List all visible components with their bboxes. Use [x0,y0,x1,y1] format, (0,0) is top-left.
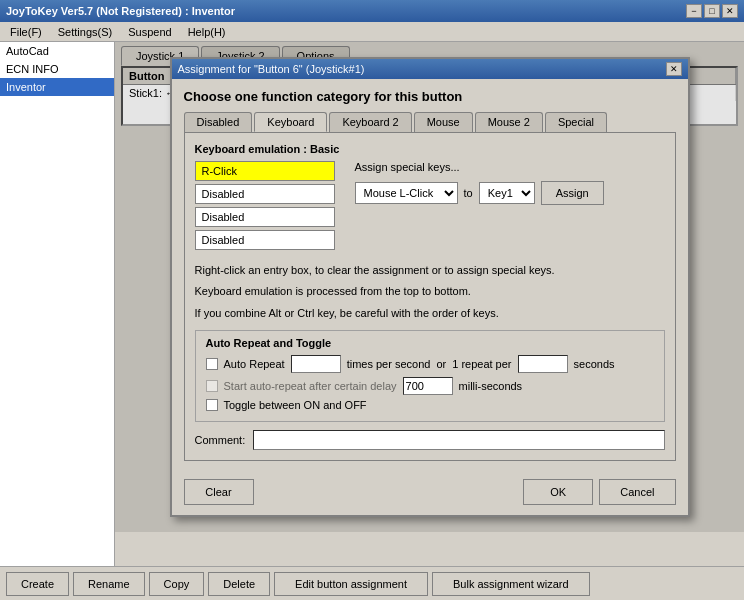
rename-button[interactable]: Rename [73,572,145,596]
auto-repeat-label: Auto Repeat and Toggle [206,337,654,349]
milli-label: milli-seconds [459,380,523,392]
app-title: JoyToKey Ver5.7 (Not Registered) : Inven… [6,5,235,17]
minimize-button[interactable]: − [686,4,702,18]
modal-tab-keyboard[interactable]: Keyboard [254,112,327,132]
key-item-2[interactable] [195,207,335,227]
key-item-3[interactable] [195,230,335,250]
toggle-checkbox[interactable] [206,399,218,411]
assign-to-label: to [464,187,473,199]
comment-row: Comment: [195,430,665,450]
modal-tab-keyboard2[interactable]: Keyboard 2 [329,112,411,132]
assign-label: Assign special keys... [355,161,665,173]
create-button[interactable]: Create [6,572,69,596]
modal-body: Choose one function category for this bu… [172,79,688,472]
menu-bar: File(F) Settings(S) Suspend Help(H) [0,22,744,42]
key-item-0[interactable] [195,161,335,181]
start-delay-row: Start auto-repeat after certain delay mi… [206,377,654,395]
ok-button[interactable]: OK [523,479,593,505]
repeat-label: 1 repeat per [452,358,511,370]
or-label: or [436,358,446,370]
menu-suspend[interactable]: Suspend [122,25,177,39]
footer-btn-group: OK Cancel [523,479,675,505]
info-line-1: Right-click an entry box, to clear the a… [195,262,665,280]
keyboard-section: Assign special keys... Mouse L-Click Mou… [195,161,665,250]
title-bar: JoyToKey Ver5.7 (Not Registered) : Inven… [0,0,744,22]
sidebar: AutoCad ECN INFO Inventor [0,42,115,566]
assign-row: Mouse L-Click Mouse R-Click Mouse M-Clic… [355,181,665,205]
toggle-label: Toggle between ON and OFF [224,399,367,411]
modal-overlay: Assignment for "Button 6" (Joystick#1) ✕… [115,42,744,532]
modal-title: Assignment for "Button 6" (Joystick#1) [178,63,365,75]
milli-input[interactable] [403,377,453,395]
auto-repeat-row: Auto Repeat times per second or 1 repeat… [206,355,654,373]
info-text: Right-click an entry box, to clear the a… [195,262,665,323]
menu-file[interactable]: File(F) [4,25,48,39]
copy-button[interactable]: Copy [149,572,205,596]
info-line-2: Keyboard emulation is processed from the… [195,283,665,301]
cancel-button[interactable]: Cancel [599,479,675,505]
auto-repeat-checkbox[interactable] [206,358,218,370]
assign-button[interactable]: Assign [541,181,604,205]
main-area: AutoCad ECN INFO Inventor Joystick 1 Joy… [0,42,744,566]
auto-repeat-check-label: Auto Repeat [224,358,285,370]
assign-from-select[interactable]: Mouse L-Click Mouse R-Click Mouse M-Clic… [355,182,458,204]
edit-button[interactable]: Edit button assignment [274,572,428,596]
comment-label: Comment: [195,434,246,446]
modal-footer: Clear OK Cancel [172,471,688,515]
assign-section: Assign special keys... Mouse L-Click Mou… [355,161,665,250]
start-delay-checkbox[interactable] [206,380,218,392]
section-label: Keyboard emulation : Basic [195,143,665,155]
comment-input[interactable] [253,430,664,450]
modal-tab-content: Keyboard emulation : Basic [184,132,676,462]
seconds-label: seconds [574,358,615,370]
seconds-input[interactable] [518,355,568,373]
sidebar-item-inventor[interactable]: Inventor [0,78,114,96]
modal-title-bar: Assignment for "Button 6" (Joystick#1) ✕ [172,59,688,79]
modal-tab-mouse2[interactable]: Mouse 2 [475,112,543,132]
sidebar-item-ecn[interactable]: ECN INFO [0,60,114,78]
bottom-toolbar: Create Rename Copy Delete Edit button as… [0,566,744,600]
assignment-modal: Assignment for "Button 6" (Joystick#1) ✕… [170,57,690,518]
times-per-second-input[interactable] [291,355,341,373]
assign-to-select[interactable]: Key1 Key2 Key3 [479,182,535,204]
key-item-1[interactable] [195,184,335,204]
modal-tab-special[interactable]: Special [545,112,607,132]
window-controls: − □ ✕ [686,4,738,18]
start-delay-label: Start auto-repeat after certain delay [224,380,397,392]
close-button[interactable]: ✕ [722,4,738,18]
auto-repeat-section: Auto Repeat and Toggle Auto Repeat times… [195,330,665,422]
modal-close-button[interactable]: ✕ [666,62,682,76]
delete-button[interactable]: Delete [208,572,270,596]
bulk-button[interactable]: Bulk assignment wizard [432,572,590,596]
sidebar-item-autocad[interactable]: AutoCad [0,42,114,60]
clear-button[interactable]: Clear [184,479,254,505]
content-area: Joystick 1 Joystick 2 Options Button Fun… [115,42,744,566]
modal-tab-disabled[interactable]: Disabled [184,112,253,132]
times-label: times per second [347,358,431,370]
key-list [195,161,335,250]
modal-heading: Choose one function category for this bu… [184,89,676,104]
menu-settings[interactable]: Settings(S) [52,25,118,39]
toggle-row: Toggle between ON and OFF [206,399,654,411]
info-line-3: If you combine Alt or Ctrl key, be caref… [195,305,665,323]
menu-help[interactable]: Help(H) [182,25,232,39]
modal-tab-mouse[interactable]: Mouse [414,112,473,132]
modal-tabs: Disabled Keyboard Keyboard 2 Mouse Mouse… [184,112,676,132]
maximize-button[interactable]: □ [704,4,720,18]
